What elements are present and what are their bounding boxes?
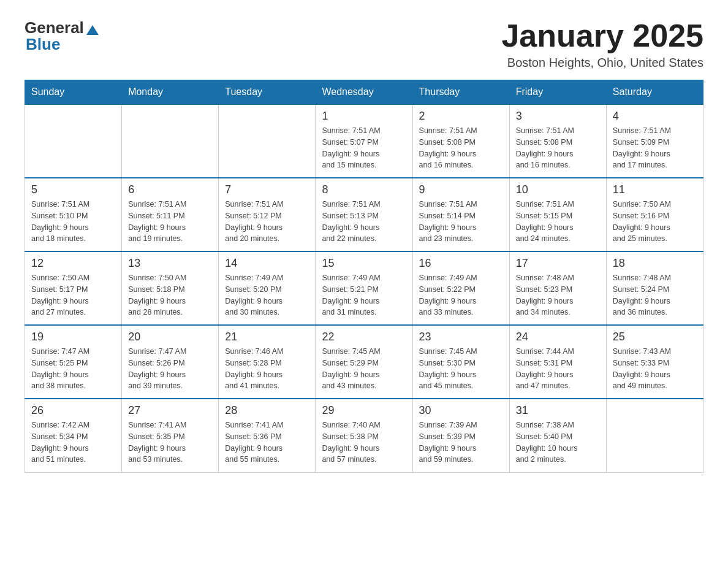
calendar-cell: 7Sunrise: 7:51 AM Sunset: 5:12 PM Daylig…	[219, 178, 316, 251]
calendar-title: January 2025	[501, 18, 703, 53]
calendar-cell: 2Sunrise: 7:51 AM Sunset: 5:08 PM Daylig…	[412, 104, 509, 178]
logo-arrow-icon	[86, 25, 99, 35]
day-number: 11	[613, 183, 697, 196]
week-row-5: 26Sunrise: 7:42 AM Sunset: 5:34 PM Dayli…	[25, 399, 703, 472]
calendar-cell: 28Sunrise: 7:41 AM Sunset: 5:36 PM Dayli…	[219, 399, 316, 472]
day-info: Sunrise: 7:41 AM Sunset: 5:36 PM Dayligh…	[225, 419, 309, 465]
day-info: Sunrise: 7:44 AM Sunset: 5:31 PM Dayligh…	[516, 346, 600, 392]
day-info: Sunrise: 7:50 AM Sunset: 5:16 PM Dayligh…	[613, 199, 697, 245]
day-of-week-saturday: Saturday	[606, 80, 703, 105]
page-header: General Blue January 2025 Boston Heights…	[25, 18, 703, 70]
calendar-cell	[606, 399, 703, 472]
calendar-cell: 5Sunrise: 7:51 AM Sunset: 5:10 PM Daylig…	[25, 178, 122, 251]
day-info: Sunrise: 7:51 AM Sunset: 5:11 PM Dayligh…	[128, 199, 212, 245]
day-number: 6	[128, 183, 212, 196]
calendar-cell: 24Sunrise: 7:44 AM Sunset: 5:31 PM Dayli…	[509, 325, 606, 399]
day-info: Sunrise: 7:47 AM Sunset: 5:25 PM Dayligh…	[31, 346, 115, 392]
calendar-cell: 29Sunrise: 7:40 AM Sunset: 5:38 PM Dayli…	[316, 399, 412, 472]
day-number: 18	[613, 257, 697, 270]
calendar-cell: 17Sunrise: 7:48 AM Sunset: 5:23 PM Dayli…	[509, 251, 606, 325]
day-number: 5	[31, 183, 115, 196]
week-row-3: 12Sunrise: 7:50 AM Sunset: 5:17 PM Dayli…	[25, 251, 703, 325]
calendar-cell	[122, 104, 219, 178]
day-number: 31	[516, 404, 600, 417]
calendar-cell: 18Sunrise: 7:48 AM Sunset: 5:24 PM Dayli…	[606, 251, 703, 325]
day-number: 23	[419, 331, 503, 343]
day-info: Sunrise: 7:51 AM Sunset: 5:07 PM Dayligh…	[322, 125, 406, 171]
calendar-cell: 25Sunrise: 7:43 AM Sunset: 5:33 PM Dayli…	[606, 325, 703, 399]
day-of-week-monday: Monday	[122, 80, 219, 105]
calendar-cell: 11Sunrise: 7:50 AM Sunset: 5:16 PM Dayli…	[606, 178, 703, 251]
day-number: 7	[225, 183, 309, 196]
calendar-header-row: SundayMondayTuesdayWednesdayThursdayFrid…	[25, 80, 703, 105]
logo-blue-text: Blue	[25, 35, 60, 54]
logo: General Blue	[25, 18, 99, 54]
day-info: Sunrise: 7:39 AM Sunset: 5:39 PM Dayligh…	[419, 419, 503, 465]
day-number: 20	[128, 331, 212, 343]
day-info: Sunrise: 7:51 AM Sunset: 5:14 PM Dayligh…	[419, 199, 503, 245]
day-number: 16	[419, 257, 503, 270]
day-info: Sunrise: 7:42 AM Sunset: 5:34 PM Dayligh…	[31, 419, 115, 465]
day-info: Sunrise: 7:45 AM Sunset: 5:29 PM Dayligh…	[322, 346, 406, 392]
calendar-cell: 23Sunrise: 7:45 AM Sunset: 5:30 PM Dayli…	[412, 325, 509, 399]
week-row-1: 1Sunrise: 7:51 AM Sunset: 5:07 PM Daylig…	[25, 104, 703, 178]
calendar-cell: 3Sunrise: 7:51 AM Sunset: 5:08 PM Daylig…	[509, 104, 606, 178]
day-info: Sunrise: 7:51 AM Sunset: 5:09 PM Dayligh…	[613, 125, 697, 171]
calendar-title-block: January 2025 Boston Heights, Ohio, Unite…	[501, 18, 703, 70]
day-number: 14	[225, 257, 309, 270]
calendar-cell: 30Sunrise: 7:39 AM Sunset: 5:39 PM Dayli…	[412, 399, 509, 472]
day-number: 19	[31, 331, 115, 343]
day-of-week-friday: Friday	[509, 80, 606, 105]
day-number: 9	[419, 183, 503, 196]
day-number: 30	[419, 404, 503, 417]
day-info: Sunrise: 7:51 AM Sunset: 5:12 PM Dayligh…	[225, 199, 309, 245]
calendar-cell: 19Sunrise: 7:47 AM Sunset: 5:25 PM Dayli…	[25, 325, 122, 399]
calendar-cell: 26Sunrise: 7:42 AM Sunset: 5:34 PM Dayli…	[25, 399, 122, 472]
calendar-table: SundayMondayTuesdayWednesdayThursdayFrid…	[25, 80, 703, 473]
day-of-week-sunday: Sunday	[25, 80, 122, 105]
day-info: Sunrise: 7:50 AM Sunset: 5:17 PM Dayligh…	[31, 272, 115, 318]
day-of-week-tuesday: Tuesday	[219, 80, 316, 105]
day-number: 4	[613, 110, 697, 123]
day-info: Sunrise: 7:48 AM Sunset: 5:24 PM Dayligh…	[613, 272, 697, 318]
day-info: Sunrise: 7:51 AM Sunset: 5:08 PM Dayligh…	[516, 125, 600, 171]
day-info: Sunrise: 7:38 AM Sunset: 5:40 PM Dayligh…	[516, 419, 600, 465]
day-info: Sunrise: 7:45 AM Sunset: 5:30 PM Dayligh…	[419, 346, 503, 392]
day-number: 22	[322, 331, 406, 343]
day-info: Sunrise: 7:51 AM Sunset: 5:15 PM Dayligh…	[516, 199, 600, 245]
calendar-cell: 13Sunrise: 7:50 AM Sunset: 5:18 PM Dayli…	[122, 251, 219, 325]
calendar-cell: 16Sunrise: 7:49 AM Sunset: 5:22 PM Dayli…	[412, 251, 509, 325]
day-number: 10	[516, 183, 600, 196]
day-info: Sunrise: 7:40 AM Sunset: 5:38 PM Dayligh…	[322, 419, 406, 465]
day-number: 28	[225, 404, 309, 417]
week-row-4: 19Sunrise: 7:47 AM Sunset: 5:25 PM Dayli…	[25, 325, 703, 399]
day-info: Sunrise: 7:51 AM Sunset: 5:08 PM Dayligh…	[419, 125, 503, 171]
day-number: 3	[516, 110, 600, 123]
day-info: Sunrise: 7:47 AM Sunset: 5:26 PM Dayligh…	[128, 346, 212, 392]
day-info: Sunrise: 7:46 AM Sunset: 5:28 PM Dayligh…	[225, 346, 309, 392]
calendar-subtitle: Boston Heights, Ohio, United States	[501, 56, 703, 70]
calendar-cell: 20Sunrise: 7:47 AM Sunset: 5:26 PM Dayli…	[122, 325, 219, 399]
day-number: 26	[31, 404, 115, 417]
day-number: 27	[128, 404, 212, 417]
day-number: 12	[31, 257, 115, 270]
calendar-cell: 31Sunrise: 7:38 AM Sunset: 5:40 PM Dayli…	[509, 399, 606, 472]
calendar-cell: 22Sunrise: 7:45 AM Sunset: 5:29 PM Dayli…	[316, 325, 412, 399]
calendar-cell: 8Sunrise: 7:51 AM Sunset: 5:13 PM Daylig…	[316, 178, 412, 251]
day-info: Sunrise: 7:48 AM Sunset: 5:23 PM Dayligh…	[516, 272, 600, 318]
day-number: 1	[322, 110, 406, 123]
day-info: Sunrise: 7:49 AM Sunset: 5:20 PM Dayligh…	[225, 272, 309, 318]
calendar-cell: 10Sunrise: 7:51 AM Sunset: 5:15 PM Dayli…	[509, 178, 606, 251]
day-number: 21	[225, 331, 309, 343]
day-info: Sunrise: 7:51 AM Sunset: 5:10 PM Dayligh…	[31, 199, 115, 245]
day-number: 17	[516, 257, 600, 270]
day-of-week-wednesday: Wednesday	[316, 80, 412, 105]
calendar-cell	[25, 104, 122, 178]
day-info: Sunrise: 7:51 AM Sunset: 5:13 PM Dayligh…	[322, 199, 406, 245]
day-info: Sunrise: 7:43 AM Sunset: 5:33 PM Dayligh…	[613, 346, 697, 392]
day-info: Sunrise: 7:49 AM Sunset: 5:22 PM Dayligh…	[419, 272, 503, 318]
calendar-cell: 27Sunrise: 7:41 AM Sunset: 5:35 PM Dayli…	[122, 399, 219, 472]
calendar-cell: 4Sunrise: 7:51 AM Sunset: 5:09 PM Daylig…	[606, 104, 703, 178]
week-row-2: 5Sunrise: 7:51 AM Sunset: 5:10 PM Daylig…	[25, 178, 703, 251]
day-info: Sunrise: 7:41 AM Sunset: 5:35 PM Dayligh…	[128, 419, 212, 465]
